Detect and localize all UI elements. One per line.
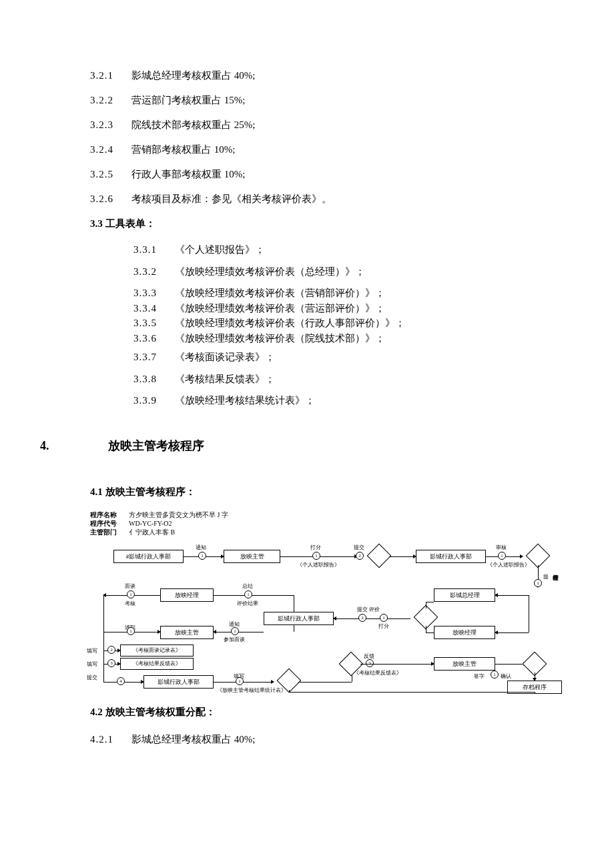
flowchart-body: #影城行政人事部 通知 1 放映主管 打分 1 提交 2 《个人述职报告》 影城…: [90, 542, 571, 695]
fc-circ-4: 4: [117, 677, 125, 685]
fc-box-r5b1: 影城行政人事部: [143, 675, 214, 689]
fc-line: [103, 632, 104, 682]
fc-box-r3b2: 放映经理: [434, 626, 495, 639]
fc-label-dafen2: 打分: [378, 622, 389, 631]
fc-arrow: [495, 595, 529, 596]
item-num: 3.2.2: [90, 91, 131, 109]
fc-box-r1b1: #影城行政人事部: [113, 550, 184, 563]
item-3-2-4: 3.2.4 营销部考核权重占 10%;: [40, 141, 574, 159]
fc-circ-1b: 1: [312, 552, 320, 560]
fc-circ-1i: 1: [231, 627, 239, 635]
fc-box-r2b1: 放映经理: [160, 588, 214, 602]
fc-label-gerenbaogao2: 《个人述职报告》: [487, 560, 530, 570]
fc-label-tijiao2: 提交: [87, 673, 97, 683]
fc-line: [426, 602, 426, 608]
fc-label-jieguofankui2: 《考核结果反馈表》: [354, 669, 402, 678]
item-num: 3.2.4: [90, 141, 131, 159]
fc-circ-1k: 1: [491, 671, 499, 679]
item-num: 3.3.6: [133, 331, 175, 346]
fc-circ-2c: 2: [107, 646, 115, 654]
item-3-2-3: 3.2.3 院线技术部考核权重占 25%;: [40, 116, 574, 134]
item-4-2-1: 4.2.1 影城总经理考核权重占 40%;: [40, 731, 574, 749]
item-num: 4.2.1: [90, 731, 131, 749]
fc-box-r2b3: 影城总经理: [434, 588, 495, 602]
section-4-2-title: 4.2 放映主管考核权重分配：: [40, 703, 574, 721]
fc-line: [426, 602, 434, 602]
item-num: 3.3.1: [133, 242, 175, 258]
item-text: 《放映经理考核结果统计表》；: [175, 393, 574, 408]
fc-label-qianzi: 签字: [474, 672, 485, 681]
item-num: 3.2.1: [90, 67, 131, 85]
fc-line: [529, 595, 529, 632]
section-3-3-items: 3.3.1 《个人述职报告》； 3.3.2 《放映经理绩效考核评价表（总经理）》…: [40, 242, 574, 408]
item-num: 3.3.7: [133, 350, 175, 365]
item-num: 3.2.5: [90, 165, 131, 183]
diagram-header-labels: 程序名称 程序代号 主管部门: [90, 510, 117, 536]
item-num: 3.3.3: [133, 286, 175, 301]
fc-circ-3b: 3: [366, 659, 374, 667]
item-text: 《放映经理绩效考核评价表（总经理）》；: [175, 264, 574, 280]
val-program-code: WD-YC-FY-O2: [129, 519, 228, 528]
fc-line: [294, 595, 294, 612]
item-3-3-8: 3.3.8 《考核结果反馈表》；: [40, 372, 574, 387]
fc-arrow: [360, 664, 434, 665]
fc-line: [426, 632, 434, 633]
fc-circ-1: 1: [198, 552, 206, 560]
item-num: 3.3.4: [133, 301, 175, 316]
fc-label-canjia: 参加面谈: [224, 635, 245, 644]
fc-circ-1f: 1: [244, 590, 252, 598]
item-text: 《个人述职报告》；: [175, 242, 574, 258]
section-title: 放映主管考核程序: [108, 435, 204, 456]
fc-box-mantanjilu: 《考核面谈记录表》: [120, 644, 194, 657]
item-3-2-1: 3.2.1 影城总经理考核权重占 40%;: [40, 67, 574, 85]
fc-circ-1e: 1: [127, 590, 135, 598]
fc-circ-2: 2: [356, 552, 364, 560]
fc-box-jieguofankui: 《考核结果反馈表》: [120, 658, 194, 670]
fc-arrow: [389, 556, 416, 557]
fc-box-r1b3: 影城行政人事部: [416, 550, 486, 563]
fc-circ-2b: 2: [358, 614, 366, 622]
item-num: 3.3.2: [133, 264, 175, 280]
fc-box-r5b2: 放映主管: [434, 657, 495, 671]
fc-arrow: [334, 618, 410, 619]
section-4-2-items: 4.2.1 影城总经理考核权重占 40%;: [40, 731, 574, 749]
fc-arrow: [214, 682, 274, 683]
flowchart-diagram: 程序名称 程序代号 主管部门 方夕映主管多贡交文为榜不早 J 字 WD-YC-F…: [90, 510, 571, 695]
item-3-2-2: 3.2.2 营运部门考核权重占 15%;: [40, 91, 574, 109]
fc-line: [298, 682, 352, 683]
item-text: 院线技术部考核权重占 25%;: [131, 116, 574, 134]
item-3-3-1: 3.3.1 《个人述职报告》；: [40, 242, 574, 258]
item-num: 3.2.3: [90, 116, 131, 134]
fc-arrow: [495, 664, 526, 665]
fc-circ-3: 3: [107, 659, 115, 667]
item-text: 影城总经理考核权重占 40%;: [131, 731, 574, 749]
fc-diamond-1: [367, 544, 392, 568]
item-num: 3.3.8: [133, 372, 175, 387]
item-num: 3.3.9: [133, 393, 175, 408]
fc-circ-1d: 1: [534, 579, 542, 587]
section-num: 4.: [40, 435, 108, 456]
item-text: 《放映经理绩效考核评价表（行政人事部评价）》；: [175, 316, 574, 330]
fc-box-r3b1: 影城行政人事部: [264, 612, 334, 625]
fc-arrow: [495, 632, 529, 633]
item-text: 考核项目及标准：参见《相关考核评价表》。: [131, 190, 574, 208]
item-3-3-6: 3.3.6 《放映经理绩效考核评价表（院线技术部）》；: [40, 331, 574, 346]
fc-circ-1g: 1: [380, 614, 388, 622]
section-4-header: 4. 放映主管考核程序: [40, 435, 574, 456]
fc-line: [289, 692, 535, 693]
diagram-header: 程序名称 程序代号 主管部门 方夕映主管多贡交文为榜不早 J 字 WD-YC-F…: [90, 510, 571, 536]
fc-line: [289, 690, 290, 692]
item-text: 营销部考核权重占 10%;: [131, 141, 574, 159]
item-3-3-4: 3.3.4 《放映经理绩效考核评价表（营运部评价）》；: [40, 301, 574, 316]
fc-line: [426, 626, 426, 632]
val-dept: 亻宁政人丰客 B: [129, 528, 228, 536]
item-text: 《放映经理绩效考核评价表（营运部评价）》；: [175, 301, 574, 316]
item-3-3-9: 3.3.9 《放映经理考核结果统计表》；: [40, 393, 574, 408]
item-3-3-5: 3.3.5 《放映经理绩效考核评价表（行政人事部评价）》；: [40, 316, 574, 331]
fc-label-tijiaopj: 提交 评价: [357, 605, 380, 614]
item-3-2-6: 3.2.6 考核项目及标准：参见《相关考核评价表》。: [40, 190, 574, 208]
fc-label-tianxie1: 填写: [87, 646, 97, 656]
fc-line: [103, 595, 104, 632]
fc-label-gerenbaogao: 《个人述职报告》: [297, 560, 340, 570]
fc-line: [294, 625, 294, 632]
